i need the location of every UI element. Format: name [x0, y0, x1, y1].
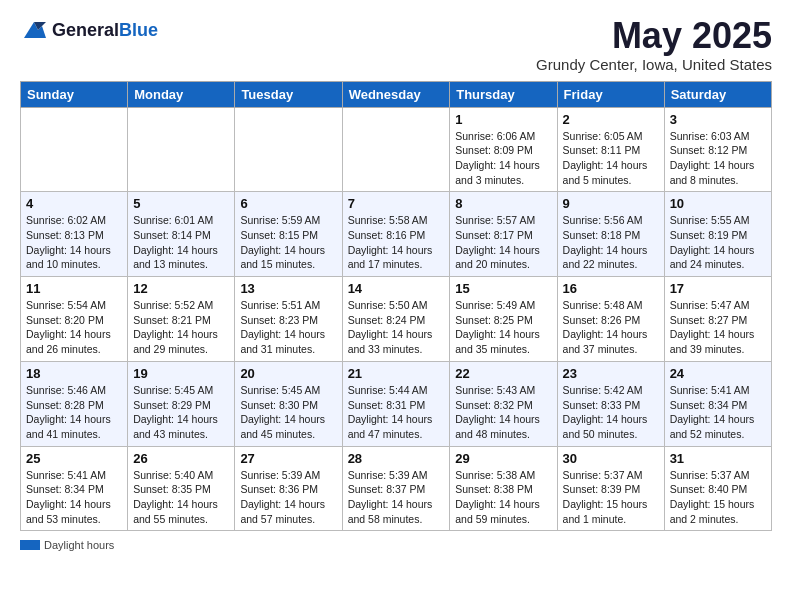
- day-number: 24: [670, 366, 766, 381]
- day-number: 20: [240, 366, 336, 381]
- day-number: 4: [26, 196, 122, 211]
- logo: GeneralBlue: [20, 16, 158, 44]
- calendar-cell: 20Sunrise: 5:45 AM Sunset: 8:30 PM Dayli…: [235, 361, 342, 446]
- weekday-header: Thursday: [450, 81, 557, 107]
- calendar-cell: 2Sunrise: 6:05 AM Sunset: 8:11 PM Daylig…: [557, 107, 664, 192]
- day-number: 8: [455, 196, 551, 211]
- day-number: 23: [563, 366, 659, 381]
- day-number: 18: [26, 366, 122, 381]
- cell-info: Sunrise: 5:37 AM Sunset: 8:40 PM Dayligh…: [670, 468, 766, 527]
- cell-info: Sunrise: 5:44 AM Sunset: 8:31 PM Dayligh…: [348, 383, 445, 442]
- cell-info: Sunrise: 6:06 AM Sunset: 8:09 PM Dayligh…: [455, 129, 551, 188]
- calendar-cell: 11Sunrise: 5:54 AM Sunset: 8:20 PM Dayli…: [21, 277, 128, 362]
- logo-icon: [20, 16, 48, 44]
- day-number: 1: [455, 112, 551, 127]
- cell-info: Sunrise: 5:39 AM Sunset: 8:37 PM Dayligh…: [348, 468, 445, 527]
- logo-text-general: General: [52, 20, 119, 41]
- cell-info: Sunrise: 5:55 AM Sunset: 8:19 PM Dayligh…: [670, 213, 766, 272]
- day-number: 21: [348, 366, 445, 381]
- cell-info: Sunrise: 5:56 AM Sunset: 8:18 PM Dayligh…: [563, 213, 659, 272]
- calendar-cell: [21, 107, 128, 192]
- weekday-header: Wednesday: [342, 81, 450, 107]
- legend-item: Daylight hours: [20, 539, 114, 551]
- calendar-cell: 8Sunrise: 5:57 AM Sunset: 8:17 PM Daylig…: [450, 192, 557, 277]
- day-number: 17: [670, 281, 766, 296]
- calendar-week-row: 4Sunrise: 6:02 AM Sunset: 8:13 PM Daylig…: [21, 192, 772, 277]
- day-number: 28: [348, 451, 445, 466]
- cell-info: Sunrise: 5:47 AM Sunset: 8:27 PM Dayligh…: [670, 298, 766, 357]
- calendar-cell: 14Sunrise: 5:50 AM Sunset: 8:24 PM Dayli…: [342, 277, 450, 362]
- month-title: May 2025: [536, 16, 772, 56]
- cell-info: Sunrise: 5:41 AM Sunset: 8:34 PM Dayligh…: [26, 468, 122, 527]
- calendar-cell: 3Sunrise: 6:03 AM Sunset: 8:12 PM Daylig…: [664, 107, 771, 192]
- cell-info: Sunrise: 5:59 AM Sunset: 8:15 PM Dayligh…: [240, 213, 336, 272]
- weekday-header: Friday: [557, 81, 664, 107]
- calendar-week-row: 1Sunrise: 6:06 AM Sunset: 8:09 PM Daylig…: [21, 107, 772, 192]
- calendar-cell: [128, 107, 235, 192]
- calendar-cell: 23Sunrise: 5:42 AM Sunset: 8:33 PM Dayli…: [557, 361, 664, 446]
- cell-info: Sunrise: 6:03 AM Sunset: 8:12 PM Dayligh…: [670, 129, 766, 188]
- cell-info: Sunrise: 6:01 AM Sunset: 8:14 PM Dayligh…: [133, 213, 229, 272]
- calendar-cell: 19Sunrise: 5:45 AM Sunset: 8:29 PM Dayli…: [128, 361, 235, 446]
- day-number: 29: [455, 451, 551, 466]
- cell-info: Sunrise: 5:41 AM Sunset: 8:34 PM Dayligh…: [670, 383, 766, 442]
- calendar-cell: 17Sunrise: 5:47 AM Sunset: 8:27 PM Dayli…: [664, 277, 771, 362]
- logo-text-blue: Blue: [119, 20, 158, 41]
- day-number: 15: [455, 281, 551, 296]
- weekday-header-row: SundayMondayTuesdayWednesdayThursdayFrid…: [21, 81, 772, 107]
- legend-label: Daylight hours: [44, 539, 114, 551]
- cell-info: Sunrise: 5:49 AM Sunset: 8:25 PM Dayligh…: [455, 298, 551, 357]
- calendar-cell: 31Sunrise: 5:37 AM Sunset: 8:40 PM Dayli…: [664, 446, 771, 531]
- day-number: 13: [240, 281, 336, 296]
- calendar-cell: 1Sunrise: 6:06 AM Sunset: 8:09 PM Daylig…: [450, 107, 557, 192]
- calendar-week-row: 18Sunrise: 5:46 AM Sunset: 8:28 PM Dayli…: [21, 361, 772, 446]
- cell-info: Sunrise: 5:54 AM Sunset: 8:20 PM Dayligh…: [26, 298, 122, 357]
- calendar-cell: 26Sunrise: 5:40 AM Sunset: 8:35 PM Dayli…: [128, 446, 235, 531]
- calendar-cell: 4Sunrise: 6:02 AM Sunset: 8:13 PM Daylig…: [21, 192, 128, 277]
- day-number: 7: [348, 196, 445, 211]
- weekday-header: Monday: [128, 81, 235, 107]
- calendar-cell: 28Sunrise: 5:39 AM Sunset: 8:37 PM Dayli…: [342, 446, 450, 531]
- calendar-cell: 6Sunrise: 5:59 AM Sunset: 8:15 PM Daylig…: [235, 192, 342, 277]
- calendar-cell: 30Sunrise: 5:37 AM Sunset: 8:39 PM Dayli…: [557, 446, 664, 531]
- calendar-cell: 22Sunrise: 5:43 AM Sunset: 8:32 PM Dayli…: [450, 361, 557, 446]
- calendar-week-row: 25Sunrise: 5:41 AM Sunset: 8:34 PM Dayli…: [21, 446, 772, 531]
- cell-info: Sunrise: 5:42 AM Sunset: 8:33 PM Dayligh…: [563, 383, 659, 442]
- calendar-cell: 24Sunrise: 5:41 AM Sunset: 8:34 PM Dayli…: [664, 361, 771, 446]
- day-number: 2: [563, 112, 659, 127]
- cell-info: Sunrise: 5:43 AM Sunset: 8:32 PM Dayligh…: [455, 383, 551, 442]
- day-number: 30: [563, 451, 659, 466]
- cell-info: Sunrise: 6:02 AM Sunset: 8:13 PM Dayligh…: [26, 213, 122, 272]
- weekday-header: Sunday: [21, 81, 128, 107]
- cell-info: Sunrise: 5:50 AM Sunset: 8:24 PM Dayligh…: [348, 298, 445, 357]
- calendar-cell: [235, 107, 342, 192]
- cell-info: Sunrise: 5:57 AM Sunset: 8:17 PM Dayligh…: [455, 213, 551, 272]
- calendar-cell: 15Sunrise: 5:49 AM Sunset: 8:25 PM Dayli…: [450, 277, 557, 362]
- cell-info: Sunrise: 5:52 AM Sunset: 8:21 PM Dayligh…: [133, 298, 229, 357]
- calendar-cell: 7Sunrise: 5:58 AM Sunset: 8:16 PM Daylig…: [342, 192, 450, 277]
- weekday-header: Saturday: [664, 81, 771, 107]
- day-number: 27: [240, 451, 336, 466]
- calendar-cell: [342, 107, 450, 192]
- calendar-cell: 5Sunrise: 6:01 AM Sunset: 8:14 PM Daylig…: [128, 192, 235, 277]
- calendar-cell: 10Sunrise: 5:55 AM Sunset: 8:19 PM Dayli…: [664, 192, 771, 277]
- day-number: 11: [26, 281, 122, 296]
- calendar-cell: 13Sunrise: 5:51 AM Sunset: 8:23 PM Dayli…: [235, 277, 342, 362]
- cell-info: Sunrise: 6:05 AM Sunset: 8:11 PM Dayligh…: [563, 129, 659, 188]
- day-number: 10: [670, 196, 766, 211]
- day-number: 9: [563, 196, 659, 211]
- day-number: 22: [455, 366, 551, 381]
- weekday-header: Tuesday: [235, 81, 342, 107]
- cell-info: Sunrise: 5:38 AM Sunset: 8:38 PM Dayligh…: [455, 468, 551, 527]
- cell-info: Sunrise: 5:40 AM Sunset: 8:35 PM Dayligh…: [133, 468, 229, 527]
- cell-info: Sunrise: 5:37 AM Sunset: 8:39 PM Dayligh…: [563, 468, 659, 527]
- cell-info: Sunrise: 5:46 AM Sunset: 8:28 PM Dayligh…: [26, 383, 122, 442]
- calendar-cell: 9Sunrise: 5:56 AM Sunset: 8:18 PM Daylig…: [557, 192, 664, 277]
- calendar-cell: 29Sunrise: 5:38 AM Sunset: 8:38 PM Dayli…: [450, 446, 557, 531]
- day-number: 31: [670, 451, 766, 466]
- location-title: Grundy Center, Iowa, United States: [536, 56, 772, 73]
- day-number: 12: [133, 281, 229, 296]
- cell-info: Sunrise: 5:45 AM Sunset: 8:29 PM Dayligh…: [133, 383, 229, 442]
- day-number: 25: [26, 451, 122, 466]
- calendar-cell: 12Sunrise: 5:52 AM Sunset: 8:21 PM Dayli…: [128, 277, 235, 362]
